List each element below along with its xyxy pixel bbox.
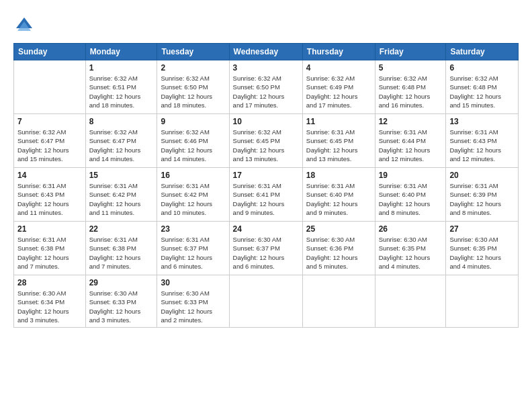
calendar-cell bbox=[229, 275, 302, 328]
calendar-cell: 4Sunrise: 6:32 AM Sunset: 6:49 PM Daylig… bbox=[302, 60, 375, 114]
day-number: 11 bbox=[306, 117, 371, 126]
calendar-header-saturday: Saturday bbox=[446, 44, 519, 60]
calendar: SundayMondayTuesdayWednesdayThursdayFrid… bbox=[13, 43, 519, 328]
day-info: Sunrise: 6:30 AM Sunset: 6:34 PM Dayligh… bbox=[17, 289, 82, 324]
day-info: Sunrise: 6:30 AM Sunset: 6:35 PM Dayligh… bbox=[449, 235, 515, 271]
day-info: Sunrise: 6:32 AM Sunset: 6:49 PM Dayligh… bbox=[306, 74, 371, 109]
calendar-header-wednesday: Wednesday bbox=[229, 44, 302, 60]
calendar-cell: 14Sunrise: 6:31 AM Sunset: 6:43 PM Dayli… bbox=[14, 168, 86, 222]
day-info: Sunrise: 6:30 AM Sunset: 6:35 PM Dayligh… bbox=[379, 235, 443, 271]
day-info: Sunrise: 6:31 AM Sunset: 6:40 PM Dayligh… bbox=[379, 181, 443, 217]
day-info: Sunrise: 6:31 AM Sunset: 6:39 PM Dayligh… bbox=[449, 181, 515, 217]
day-number: 15 bbox=[89, 171, 154, 180]
day-number: 30 bbox=[161, 278, 225, 287]
day-info: Sunrise: 6:31 AM Sunset: 6:43 PM Dayligh… bbox=[17, 181, 82, 217]
day-number: 7 bbox=[17, 117, 82, 126]
calendar-cell: 27Sunrise: 6:30 AM Sunset: 6:35 PM Dayli… bbox=[446, 222, 519, 275]
calendar-cell: 8Sunrise: 6:32 AM Sunset: 6:47 PM Daylig… bbox=[85, 114, 157, 168]
day-number: 22 bbox=[89, 224, 154, 234]
calendar-cell: 25Sunrise: 6:30 AM Sunset: 6:36 PM Dayli… bbox=[302, 222, 375, 275]
calendar-week-row: 1Sunrise: 6:32 AM Sunset: 6:51 PM Daylig… bbox=[14, 60, 519, 114]
header bbox=[13, 12, 519, 39]
day-info: Sunrise: 6:31 AM Sunset: 6:44 PM Dayligh… bbox=[379, 128, 443, 163]
day-info: Sunrise: 6:31 AM Sunset: 6:40 PM Dayligh… bbox=[306, 181, 371, 217]
day-info: Sunrise: 6:31 AM Sunset: 6:42 PM Dayligh… bbox=[89, 181, 154, 217]
day-number: 28 bbox=[17, 278, 82, 287]
calendar-week-row: 28Sunrise: 6:30 AM Sunset: 6:34 PM Dayli… bbox=[14, 275, 519, 328]
day-info: Sunrise: 6:30 AM Sunset: 6:33 PM Dayligh… bbox=[161, 289, 225, 324]
day-number: 14 bbox=[17, 171, 82, 180]
calendar-header-row: SundayMondayTuesdayWednesdayThursdayFrid… bbox=[14, 44, 519, 60]
day-info: Sunrise: 6:31 AM Sunset: 6:38 PM Dayligh… bbox=[89, 235, 154, 271]
calendar-cell: 26Sunrise: 6:30 AM Sunset: 6:35 PM Dayli… bbox=[375, 222, 446, 275]
day-number: 27 bbox=[449, 224, 515, 234]
day-info: Sunrise: 6:31 AM Sunset: 6:37 PM Dayligh… bbox=[161, 235, 225, 271]
calendar-header-monday: Monday bbox=[85, 44, 157, 60]
calendar-cell: 22Sunrise: 6:31 AM Sunset: 6:38 PM Dayli… bbox=[85, 222, 157, 275]
calendar-cell: 17Sunrise: 6:31 AM Sunset: 6:41 PM Dayli… bbox=[229, 168, 302, 222]
day-number: 16 bbox=[161, 171, 225, 180]
day-number: 9 bbox=[161, 117, 225, 126]
day-info: Sunrise: 6:30 AM Sunset: 6:36 PM Dayligh… bbox=[306, 235, 371, 271]
day-number: 25 bbox=[306, 224, 371, 234]
day-number: 13 bbox=[449, 117, 515, 126]
calendar-cell bbox=[446, 275, 519, 328]
calendar-cell: 29Sunrise: 6:30 AM Sunset: 6:33 PM Dayli… bbox=[85, 275, 157, 328]
day-number: 24 bbox=[233, 224, 299, 234]
day-info: Sunrise: 6:32 AM Sunset: 6:48 PM Dayligh… bbox=[379, 74, 443, 109]
calendar-header-sunday: Sunday bbox=[14, 44, 86, 60]
day-info: Sunrise: 6:32 AM Sunset: 6:50 PM Dayligh… bbox=[233, 74, 299, 109]
calendar-header-friday: Friday bbox=[375, 44, 446, 60]
calendar-cell: 20Sunrise: 6:31 AM Sunset: 6:39 PM Dayli… bbox=[446, 168, 519, 222]
day-number: 4 bbox=[306, 63, 371, 73]
calendar-week-row: 21Sunrise: 6:31 AM Sunset: 6:38 PM Dayli… bbox=[14, 222, 519, 275]
day-number: 19 bbox=[379, 171, 443, 180]
logo-icon bbox=[13, 15, 35, 39]
day-info: Sunrise: 6:31 AM Sunset: 6:45 PM Dayligh… bbox=[306, 128, 371, 163]
day-number: 8 bbox=[89, 117, 154, 126]
logo bbox=[13, 15, 38, 39]
day-info: Sunrise: 6:31 AM Sunset: 6:42 PM Dayligh… bbox=[161, 181, 225, 217]
calendar-cell: 16Sunrise: 6:31 AM Sunset: 6:42 PM Dayli… bbox=[157, 168, 229, 222]
day-info: Sunrise: 6:32 AM Sunset: 6:50 PM Dayligh… bbox=[161, 74, 225, 109]
calendar-cell: 13Sunrise: 6:31 AM Sunset: 6:43 PM Dayli… bbox=[446, 114, 519, 168]
day-number: 10 bbox=[233, 117, 299, 126]
day-number: 2 bbox=[161, 63, 225, 73]
calendar-cell: 9Sunrise: 6:32 AM Sunset: 6:46 PM Daylig… bbox=[157, 114, 229, 168]
calendar-cell: 2Sunrise: 6:32 AM Sunset: 6:50 PM Daylig… bbox=[157, 60, 229, 114]
day-info: Sunrise: 6:31 AM Sunset: 6:41 PM Dayligh… bbox=[233, 181, 299, 217]
calendar-cell: 18Sunrise: 6:31 AM Sunset: 6:40 PM Dayli… bbox=[302, 168, 375, 222]
calendar-cell: 15Sunrise: 6:31 AM Sunset: 6:42 PM Dayli… bbox=[85, 168, 157, 222]
calendar-week-row: 14Sunrise: 6:31 AM Sunset: 6:43 PM Dayli… bbox=[14, 168, 519, 222]
calendar-cell: 11Sunrise: 6:31 AM Sunset: 6:45 PM Dayli… bbox=[302, 114, 375, 168]
day-number: 5 bbox=[379, 63, 443, 73]
calendar-cell: 19Sunrise: 6:31 AM Sunset: 6:40 PM Dayli… bbox=[375, 168, 446, 222]
day-number: 12 bbox=[379, 117, 443, 126]
day-info: Sunrise: 6:32 AM Sunset: 6:47 PM Dayligh… bbox=[17, 128, 82, 163]
calendar-cell: 1Sunrise: 6:32 AM Sunset: 6:51 PM Daylig… bbox=[85, 60, 157, 114]
calendar-cell: 7Sunrise: 6:32 AM Sunset: 6:47 PM Daylig… bbox=[14, 114, 86, 168]
day-info: Sunrise: 6:32 AM Sunset: 6:46 PM Dayligh… bbox=[161, 128, 225, 163]
calendar-cell: 28Sunrise: 6:30 AM Sunset: 6:34 PM Dayli… bbox=[14, 275, 86, 328]
calendar-week-row: 7Sunrise: 6:32 AM Sunset: 6:47 PM Daylig… bbox=[14, 114, 519, 168]
calendar-cell: 12Sunrise: 6:31 AM Sunset: 6:44 PM Dayli… bbox=[375, 114, 446, 168]
day-number: 18 bbox=[306, 171, 371, 180]
day-info: Sunrise: 6:31 AM Sunset: 6:38 PM Dayligh… bbox=[17, 235, 82, 271]
day-info: Sunrise: 6:32 AM Sunset: 6:45 PM Dayligh… bbox=[233, 128, 299, 163]
day-info: Sunrise: 6:31 AM Sunset: 6:43 PM Dayligh… bbox=[449, 128, 515, 163]
day-number: 6 bbox=[449, 63, 515, 73]
day-number: 17 bbox=[233, 171, 299, 180]
day-info: Sunrise: 6:32 AM Sunset: 6:47 PM Dayligh… bbox=[89, 128, 154, 163]
day-number: 26 bbox=[379, 224, 443, 234]
calendar-cell: 6Sunrise: 6:32 AM Sunset: 6:48 PM Daylig… bbox=[446, 60, 519, 114]
calendar-cell bbox=[302, 275, 375, 328]
day-info: Sunrise: 6:32 AM Sunset: 6:51 PM Dayligh… bbox=[89, 74, 154, 109]
calendar-cell: 30Sunrise: 6:30 AM Sunset: 6:33 PM Dayli… bbox=[157, 275, 229, 328]
day-number: 20 bbox=[449, 171, 515, 180]
calendar-header-tuesday: Tuesday bbox=[157, 44, 229, 60]
calendar-cell bbox=[375, 275, 446, 328]
day-number: 23 bbox=[161, 224, 225, 234]
day-info: Sunrise: 6:30 AM Sunset: 6:37 PM Dayligh… bbox=[233, 235, 299, 271]
calendar-cell: 10Sunrise: 6:32 AM Sunset: 6:45 PM Dayli… bbox=[229, 114, 302, 168]
day-number: 29 bbox=[89, 278, 154, 287]
